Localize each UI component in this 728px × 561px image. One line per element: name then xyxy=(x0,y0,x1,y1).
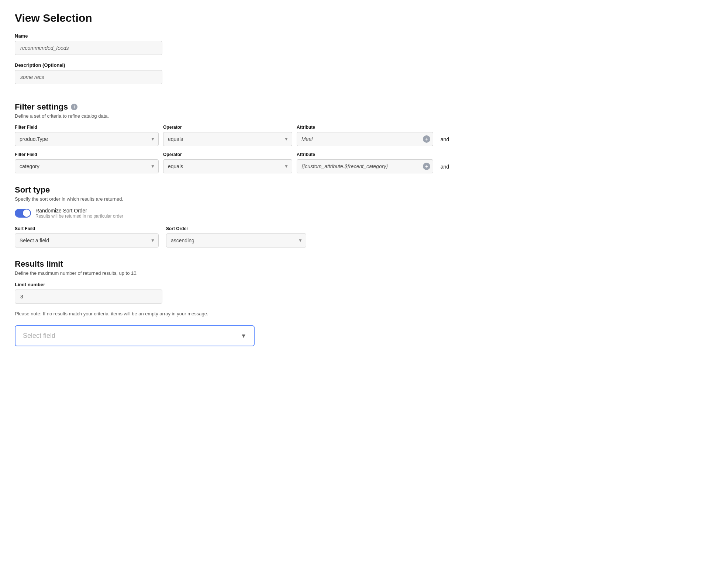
attribute-plus-btn-2[interactable]: + xyxy=(423,163,430,170)
name-input[interactable]: recommended_foods xyxy=(15,41,162,55)
description-label: Description (Optional) xyxy=(15,62,713,68)
filter-field-label-1: Filter Field xyxy=(15,125,159,130)
filter-field-group-1: Filter Field productType ▼ xyxy=(15,125,159,146)
description-section: Description (Optional) some recs xyxy=(15,62,713,84)
filter-field-select-2[interactable]: category xyxy=(15,159,159,173)
sort-order-select[interactable]: ascending xyxy=(166,233,306,247)
operator-group-2: Operator equals ▼ xyxy=(163,152,292,173)
filter-field-group-2: Filter Field category ▼ xyxy=(15,152,159,173)
attribute-input-2[interactable] xyxy=(297,159,433,173)
operator-select-wrapper-2: equals ▼ xyxy=(163,159,292,173)
section-divider-1 xyxy=(15,93,713,93)
filter-field-select-wrapper-2: category ▼ xyxy=(15,159,159,173)
sort-field-label: Sort Field xyxy=(15,226,159,231)
chevron-down-icon: ▼ xyxy=(241,333,246,339)
sort-field-select[interactable]: Select a field xyxy=(15,233,159,247)
attribute-input-wrapper-2: + xyxy=(297,159,433,173)
operator-group-1: Operator equals ▼ xyxy=(163,125,292,146)
attribute-input-wrapper-1: + xyxy=(297,132,433,146)
filter-field-select-wrapper-1: productType ▼ xyxy=(15,132,159,146)
sort-field-group: Sort Field Select a field ▼ xyxy=(15,226,159,247)
toggle-track xyxy=(15,209,31,218)
sort-order-select-wrapper: ascending ▼ xyxy=(166,233,306,247)
and-label-1: and xyxy=(441,136,449,146)
attribute-group-2: Attribute + xyxy=(297,152,433,173)
randomize-toggle[interactable] xyxy=(15,209,31,218)
results-limit-section: Results limit Define the maximum number … xyxy=(15,259,713,316)
filter-settings-subtitle: Define a set of criteria to refine catal… xyxy=(15,113,713,119)
operator-select-1[interactable]: equals xyxy=(163,132,292,146)
toggle-thumb xyxy=(23,209,30,217)
results-limit-title: Results limit xyxy=(15,259,713,269)
toggle-row: Randomize Sort Order Results will be ret… xyxy=(15,208,713,219)
filter-settings-section: Filter settings i Define a set of criter… xyxy=(15,102,713,173)
sort-order-group: Sort Order ascending ▼ xyxy=(166,226,306,247)
filter-row-1: Filter Field productType ▼ Operator equa… xyxy=(15,125,713,146)
filter-settings-title: Filter settings i xyxy=(15,102,713,112)
name-label: Name xyxy=(15,33,713,39)
toggle-text: Randomize Sort Order Results will be ret… xyxy=(35,208,123,219)
operator-label-1: Operator xyxy=(163,125,292,130)
sort-fields-row: Sort Field Select a field ▼ Sort Order a… xyxy=(15,226,713,247)
name-section: Name recommended_foods xyxy=(15,33,713,55)
notice-text: Please note: If no results match your cr… xyxy=(15,311,713,316)
attribute-plus-btn-1[interactable]: + xyxy=(423,135,430,143)
operator-select-wrapper-1: equals ▼ xyxy=(163,132,292,146)
sort-type-section: Sort type Specify the sort order in whic… xyxy=(15,185,713,247)
page-title: View Selection xyxy=(15,12,713,24)
filter-settings-info-icon[interactable]: i xyxy=(71,104,77,110)
results-limit-subtitle: Define the maximum number of returned re… xyxy=(15,270,713,276)
filter-field-label-2: Filter Field xyxy=(15,152,159,157)
sort-field-select-wrapper: Select a field ▼ xyxy=(15,233,159,247)
filter-field-select-1[interactable]: productType xyxy=(15,132,159,146)
and-label-2: and xyxy=(441,164,449,173)
limit-label: Limit number xyxy=(15,282,713,287)
operator-select-2[interactable]: equals xyxy=(163,159,292,173)
filter-row-2: Filter Field category ▼ Operator equals … xyxy=(15,152,713,173)
toggle-label: Randomize Sort Order xyxy=(35,208,123,214)
attribute-label-1: Attribute xyxy=(297,125,433,130)
operator-label-2: Operator xyxy=(163,152,292,157)
limit-input[interactable] xyxy=(15,290,162,304)
select-field-placeholder: Select field xyxy=(23,332,55,340)
sort-type-title: Sort type xyxy=(15,185,713,195)
toggle-sublabel: Results will be returned in no particula… xyxy=(35,214,123,219)
attribute-label-2: Attribute xyxy=(297,152,433,157)
select-field-bottom[interactable]: Select field ▼ xyxy=(15,325,255,346)
description-input[interactable]: some recs xyxy=(15,70,162,84)
attribute-group-1: Attribute + xyxy=(297,125,433,146)
sort-type-subtitle: Specify the sort order in which results … xyxy=(15,196,713,202)
sort-order-label: Sort Order xyxy=(166,226,306,231)
attribute-input-1[interactable] xyxy=(297,132,433,146)
